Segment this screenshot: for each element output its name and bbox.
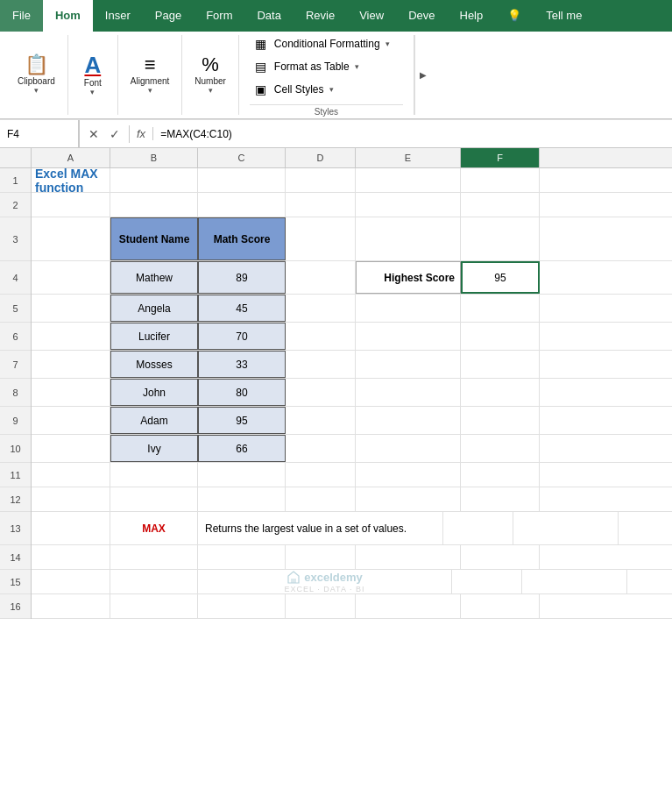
cell-c14[interactable] — [198, 545, 286, 569]
cell-b15[interactable] — [110, 570, 198, 593]
col-header-b[interactable]: B — [110, 148, 198, 167]
row-header-3[interactable]: 3 — [0, 217, 31, 261]
cell-d9[interactable] — [286, 407, 356, 434]
cell-b3[interactable]: Student Name — [110, 217, 198, 260]
cell-f16[interactable] — [461, 594, 540, 618]
cell-e7[interactable] — [356, 351, 461, 378]
cell-c7[interactable]: 33 — [198, 351, 286, 378]
col-header-f[interactable]: F — [461, 148, 540, 167]
formula-input[interactable]: =MAX(C4:C10) — [153, 128, 672, 140]
cell-b1[interactable] — [110, 168, 198, 192]
cell-c2[interactable] — [198, 193, 286, 217]
cell-d11[interactable] — [286, 463, 356, 487]
row-header-6[interactable]: 6 — [0, 323, 31, 351]
cell-f1[interactable] — [461, 168, 540, 192]
cell-d8[interactable] — [286, 379, 356, 406]
cell-b13[interactable]: MAX — [110, 512, 198, 544]
cell-d10[interactable] — [286, 435, 356, 462]
cell-c10[interactable]: 66 — [198, 435, 286, 462]
cell-d13[interactable] — [443, 512, 513, 544]
cell-a7[interactable] — [32, 351, 110, 378]
cell-d3[interactable] — [286, 217, 356, 260]
ribbon-expand-button[interactable]: ▶ — [414, 35, 432, 115]
cell-e15[interactable] — [522, 570, 627, 593]
cell-c8[interactable]: 80 — [198, 379, 286, 406]
cell-d4[interactable] — [286, 261, 356, 294]
cell-f3[interactable] — [461, 217, 540, 260]
tab-home[interactable]: Hom — [43, 0, 93, 32]
cell-b14[interactable] — [110, 545, 198, 569]
cell-c12[interactable] — [198, 487, 286, 511]
row-header-7[interactable]: 7 — [0, 351, 31, 379]
cell-styles-button[interactable]: ▣ Cell Styles ▾ — [250, 80, 337, 99]
cell-c11[interactable] — [198, 463, 286, 487]
cell-b7[interactable]: Mosses — [110, 351, 198, 378]
row-header-2[interactable]: 2 — [0, 193, 31, 217]
tab-page[interactable]: Page — [143, 0, 194, 32]
cell-c5[interactable]: 45 — [198, 295, 286, 322]
cell-reference[interactable]: F4 — [0, 120, 79, 147]
row-header-11[interactable]: 11 — [0, 463, 31, 487]
cell-d1[interactable] — [286, 168, 356, 192]
number-button[interactable]: % Number ▾ — [189, 52, 231, 98]
cell-b2[interactable] — [110, 193, 198, 217]
cell-b4[interactable]: Mathew — [110, 261, 198, 294]
cell-d2[interactable] — [286, 193, 356, 217]
row-header-10[interactable]: 10 — [0, 435, 31, 463]
cell-a14[interactable] — [32, 545, 110, 569]
cell-e10[interactable] — [356, 435, 461, 462]
cell-f4-value[interactable]: 95 — [461, 261, 540, 294]
cell-a4[interactable] — [32, 261, 110, 294]
cell-c9[interactable]: 95 — [198, 407, 286, 434]
cell-a9[interactable] — [32, 407, 110, 434]
tab-view[interactable]: View — [347, 0, 396, 32]
cell-f6[interactable] — [461, 323, 540, 350]
cell-e8[interactable] — [356, 379, 461, 406]
tab-review[interactable]: Revie — [294, 0, 347, 32]
cell-a12[interactable] — [32, 487, 110, 511]
cell-f11[interactable] — [461, 463, 540, 487]
row-header-12[interactable]: 12 — [0, 487, 31, 512]
cell-f15[interactable] — [627, 570, 672, 593]
cell-a1[interactable]: Excel MAX function — [32, 168, 110, 192]
cell-e6[interactable] — [356, 323, 461, 350]
cell-a5[interactable] — [32, 295, 110, 322]
row-header-8[interactable]: 8 — [0, 379, 31, 407]
cell-a3[interactable] — [32, 217, 110, 260]
cell-d5[interactable] — [286, 295, 356, 322]
row-header-1[interactable]: 1 — [0, 168, 31, 193]
cell-d7[interactable] — [286, 351, 356, 378]
cell-c1[interactable] — [198, 168, 286, 192]
cell-a10[interactable] — [32, 435, 110, 462]
cell-e12[interactable] — [356, 487, 461, 511]
cell-a6[interactable] — [32, 323, 110, 350]
cell-c13-desc[interactable]: Returns the largest value in a set of va… — [198, 512, 443, 544]
cell-e11[interactable] — [356, 463, 461, 487]
cell-c16[interactable] — [198, 594, 286, 618]
cell-f5[interactable] — [461, 295, 540, 322]
cell-b12[interactable] — [110, 487, 198, 511]
cell-a16[interactable] — [32, 594, 110, 618]
cell-f8[interactable] — [461, 379, 540, 406]
cell-f14[interactable] — [461, 545, 540, 569]
cell-f7[interactable] — [461, 351, 540, 378]
col-header-d[interactable]: D — [286, 148, 356, 167]
alignment-button[interactable]: ≡ Alignment ▾ — [125, 52, 174, 98]
row-header-9[interactable]: 9 — [0, 407, 31, 435]
row-header-15[interactable]: 15 — [0, 570, 31, 594]
cell-e4-highest-score[interactable]: Highest Score — [356, 261, 461, 294]
cell-b10[interactable]: Ivy — [110, 435, 198, 462]
cell-b16[interactable] — [110, 594, 198, 618]
cell-d6[interactable] — [286, 323, 356, 350]
col-header-a[interactable]: A — [32, 148, 110, 167]
col-header-e[interactable]: E — [356, 148, 461, 167]
cell-b5[interactable]: Angela — [110, 295, 198, 322]
tab-data[interactable]: Data — [244, 0, 293, 32]
cell-c6[interactable]: 70 — [198, 323, 286, 350]
format-as-table-button[interactable]: ▤ Format as Table ▾ — [250, 57, 363, 76]
cell-f2[interactable] — [461, 193, 540, 217]
cell-d12[interactable] — [286, 487, 356, 511]
tab-help[interactable]: Help — [448, 0, 496, 32]
tab-form[interactable]: Form — [194, 0, 244, 32]
row-header-14[interactable]: 14 — [0, 545, 31, 570]
